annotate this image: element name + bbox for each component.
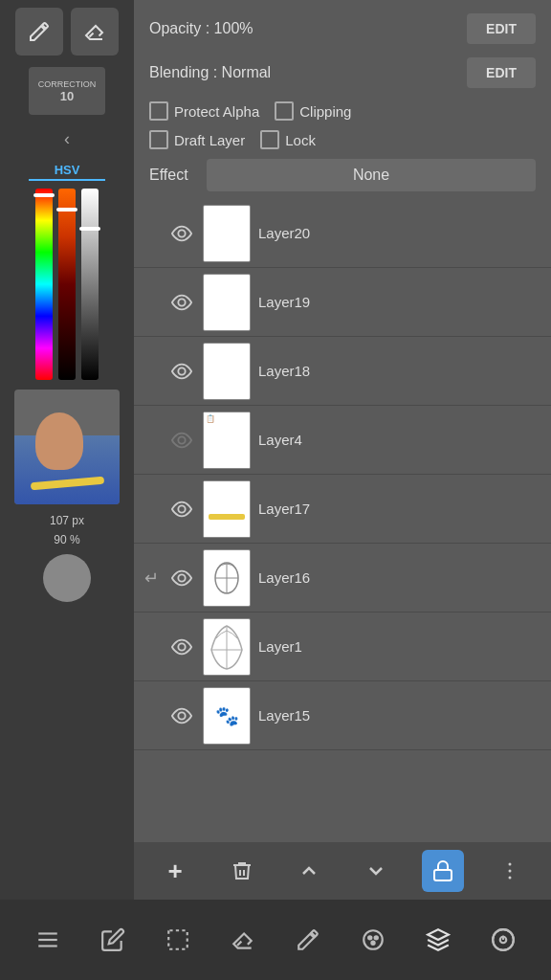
checkboxes-row-1: Protect Alpha Clipping [149, 101, 536, 121]
opacity-row: Opacity : 100% EDIT [149, 13, 536, 44]
layer-thumbnail [203, 274, 251, 331]
svg-point-14 [509, 863, 512, 866]
layer-row[interactable]: Layer18 [134, 337, 551, 406]
layer-row[interactable]: 📋 Layer4 [134, 406, 551, 475]
svg-point-2 [178, 368, 185, 374]
effect-value[interactable]: None [207, 159, 536, 191]
layer-name: Layer1 [258, 638, 543, 655]
layer-name: Layer15 [258, 707, 543, 724]
visibility-icon[interactable] [168, 358, 195, 385]
svg-point-24 [371, 942, 374, 945]
palette-nav-button[interactable] [349, 916, 397, 964]
layer-thumbnail [203, 343, 251, 400]
eraser-nav-button[interactable] [219, 916, 267, 964]
select-nav-button[interactable] [154, 916, 202, 964]
saturation-slider[interactable] [58, 189, 76, 380]
canvas-preview [14, 390, 120, 504]
draft-layer-checkbox[interactable] [149, 130, 168, 149]
correction-label: CORRECTION [38, 79, 97, 89]
lock-checkbox[interactable] [260, 130, 279, 149]
move-layer-up-button[interactable] [288, 850, 330, 892]
draft-layer-item: Draft Layer [149, 130, 245, 149]
svg-marker-25 [428, 929, 449, 940]
visibility-icon[interactable] [168, 289, 195, 316]
layer-row[interactable]: Layer20 [134, 199, 551, 268]
blending-row: Blending : Normal EDIT [149, 57, 536, 88]
clipping-label: Clipping [299, 103, 351, 120]
svg-rect-13 [434, 870, 452, 880]
effect-row: Effect None [149, 159, 536, 191]
opacity-edit-button[interactable]: EDIT [467, 13, 536, 44]
visibility-icon[interactable] [168, 220, 195, 247]
layer-thumbnail: 📋 [203, 412, 251, 469]
properties-section: Opacity : 100% EDIT Blending : Normal ED… [134, 0, 551, 199]
move-layer-down-button[interactable] [355, 850, 397, 892]
tool-row [0, 0, 134, 63]
layer-name: Layer20 [258, 225, 543, 241]
menu-nav-button[interactable] [24, 916, 72, 964]
svg-point-5 [178, 574, 185, 581]
collapse-button[interactable]: ‹ [53, 124, 81, 153]
eraser-tool-button[interactable] [71, 8, 119, 56]
visibility-icon[interactable] [168, 634, 195, 660]
svg-point-0 [178, 230, 185, 236]
visibility-icon[interactable] [168, 496, 195, 523]
svg-point-15 [509, 870, 512, 873]
visibility-icon[interactable] [168, 565, 195, 591]
layer-row[interactable]: Layer17 [134, 475, 551, 544]
clipping-item: Clipping [275, 101, 351, 121]
svg-point-21 [364, 930, 383, 949]
layer-thumbnail [203, 549, 251, 607]
blending-edit-button[interactable]: EDIT [467, 57, 536, 88]
clipping-checkbox[interactable] [275, 101, 294, 121]
blending-label: Blending : Normal [149, 64, 271, 81]
lock-label: Lock [285, 132, 316, 148]
protect-alpha-checkbox[interactable] [149, 101, 168, 121]
layer-row[interactable]: Layer19 [134, 268, 551, 337]
svg-rect-20 [168, 930, 187, 949]
settings-nav-button[interactable] [479, 916, 527, 964]
color-sliders [35, 189, 99, 380]
layer-row[interactable]: Layer1 [134, 612, 551, 681]
svg-point-4 [178, 505, 185, 512]
visibility-icon[interactable] [168, 702, 195, 729]
pen-nav-button[interactable] [284, 916, 332, 964]
checkboxes-row-2: Draft Layer Lock [149, 130, 536, 149]
svg-point-3 [178, 436, 185, 443]
layer-thumbnail: 🐾 [203, 687, 251, 745]
svg-point-9 [178, 643, 185, 650]
pct-label: 90 % [54, 533, 79, 546]
layer-indent: ↵ [142, 568, 161, 589]
correction-box: CORRECTION 10 [29, 67, 105, 115]
svg-point-12 [178, 712, 185, 719]
value-slider[interactable] [81, 189, 99, 380]
layer-name: Layer18 [258, 363, 543, 379]
hsv-label: HSV [29, 163, 105, 181]
protect-alpha-item: Protect Alpha [149, 101, 259, 121]
more-options-button[interactable] [489, 850, 531, 892]
delete-layer-button[interactable] [221, 850, 263, 892]
pencil-tool-button[interactable] [15, 8, 63, 56]
visibility-icon[interactable] [168, 427, 195, 454]
layer-name: Layer17 [258, 501, 543, 517]
color-circle-preview[interactable] [43, 554, 91, 602]
layer-row[interactable]: ↵ Layer16 [134, 544, 551, 612]
layer-name: Layer19 [258, 294, 543, 310]
layers-nav-button[interactable] [414, 916, 462, 964]
protect-alpha-label: Protect Alpha [174, 103, 259, 120]
correction-value: 10 [60, 89, 74, 103]
layer-name: Layer4 [258, 432, 543, 448]
effect-label: Effect [149, 167, 207, 184]
edit-nav-button[interactable] [89, 916, 137, 964]
lock-layer-button[interactable] [422, 850, 464, 892]
hue-slider[interactable] [35, 189, 53, 380]
layer-row[interactable]: 🐾 Layer15 [134, 681, 551, 750]
svg-point-23 [375, 936, 378, 939]
add-layer-button[interactable]: + [154, 850, 196, 892]
opacity-label: Opacity : 100% [149, 20, 253, 37]
layer-toolbar: + [134, 842, 551, 900]
layer-thumbnail [203, 480, 251, 538]
svg-point-22 [368, 936, 371, 939]
layer-thumbnail [203, 205, 251, 262]
lock-item: Lock [260, 130, 316, 149]
